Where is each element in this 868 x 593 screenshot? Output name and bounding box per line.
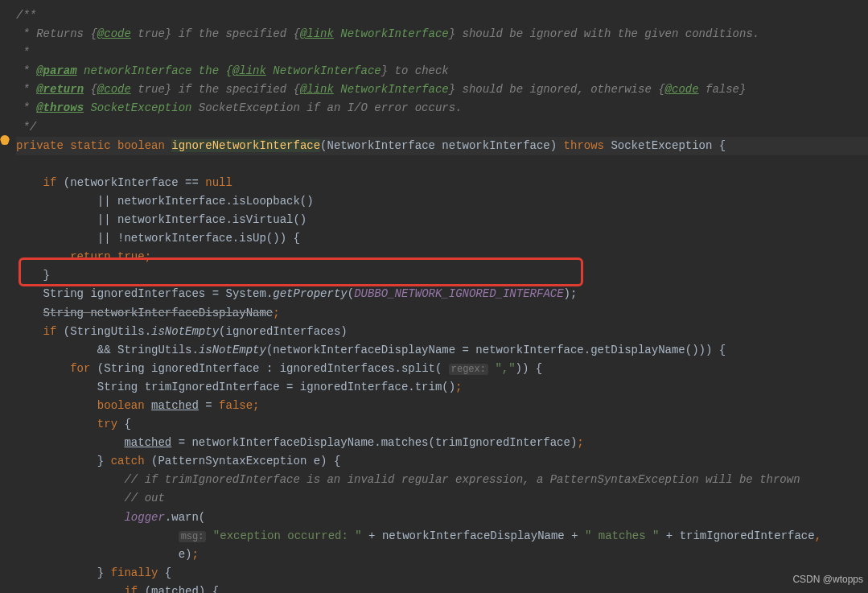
doc-line: * Returns {@code true} if the specified … [16, 27, 759, 40]
doc-line: */ [16, 121, 36, 134]
line-comment: // out [124, 492, 164, 504]
intention-bulb-icon[interactable] [0, 135, 10, 145]
watermark-text: CSDN @wtopps [792, 572, 863, 588]
line-comment: // if trimIgnoredInterface is an invalid… [124, 473, 800, 486]
method-name: ignoreNetworkInterface [171, 139, 320, 152]
constant-ref: DUBBO_NETWORK_IGNORED_INTERFACE [354, 287, 563, 300]
doc-line: * @param networkInterface the {@link Net… [16, 64, 449, 77]
code-block[interactable]: /** * Returns {@code true} if the specif… [16, 6, 868, 593]
doc-line: * @throws SocketException SocketExceptio… [16, 101, 463, 114]
doc-line: * [16, 46, 30, 59]
param-hint: msg: [179, 531, 207, 542]
gutter [0, 0, 16, 593]
doc-line: * @return {@code true} if the specified … [16, 83, 746, 96]
doc-line: /** [16, 9, 36, 22]
code-editor[interactable]: /** * Returns {@code true} if the specif… [0, 0, 868, 593]
current-line: private static boolean ignoreNetworkInte… [16, 137, 868, 155]
param-hint: regex: [449, 364, 488, 375]
